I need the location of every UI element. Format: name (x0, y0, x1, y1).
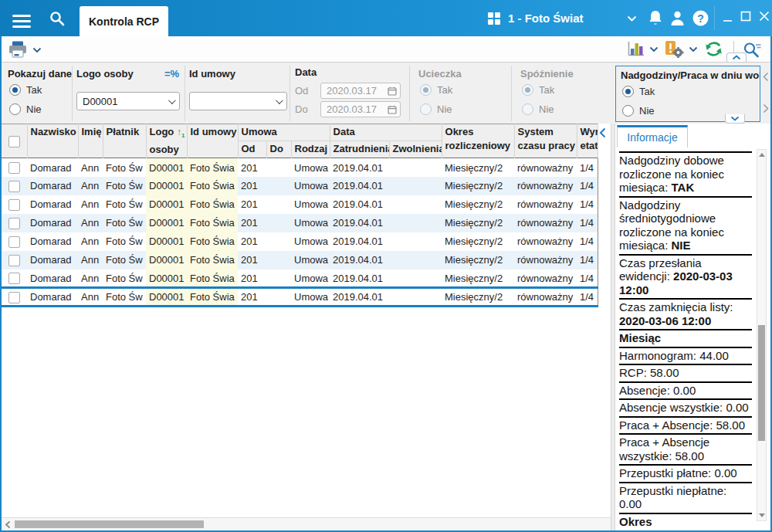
table-row[interactable]: DomaradAnnFoto ŚwD00001Foto Świa201Umowa… (2, 251, 598, 269)
select-all-header[interactable] (2, 124, 27, 158)
close-icon[interactable] (758, 10, 770, 22)
radio-nadgodziny-nie[interactable]: Nie (622, 104, 655, 117)
col-logo-osoby[interactable]: Logo ↑1osoby (146, 124, 187, 158)
row-select-cell[interactable] (2, 158, 27, 177)
tab-informacje[interactable]: Informacje (617, 125, 688, 147)
company-chevron-down-icon[interactable] (627, 15, 637, 22)
help-icon[interactable]: ? (692, 9, 709, 27)
radio-pokazuj-nie[interactable]: Nie (9, 103, 42, 115)
horizontal-scrollbar[interactable] (2, 517, 611, 530)
col-system[interactable]: Systemczasu pracy (514, 124, 577, 158)
table-row[interactable]: DomaradAnnFoto ŚwD00001Foto Świa201Umowa… (2, 232, 598, 251)
calendar-icon[interactable] (388, 105, 397, 114)
minimize-icon[interactable] (723, 11, 733, 23)
radio-icon[interactable] (9, 84, 21, 96)
row-checkbox[interactable] (8, 273, 20, 284)
row-select-cell[interactable] (2, 195, 27, 214)
table-row[interactable]: DomaradAnnFoto ŚwD00001Foto Świa201Umowa… (2, 288, 598, 307)
scrollbar-thumb[interactable] (15, 520, 204, 528)
info-text: Czas zamknięcia listy: (619, 300, 733, 313)
scroll-up-icon[interactable] (759, 153, 765, 157)
cell-zatrudnienia: 2019.04.01 (330, 288, 389, 307)
row-checkbox[interactable] (8, 292, 20, 303)
radio-icon[interactable] (9, 103, 21, 115)
col-rodzaj[interactable]: Rodzaj (291, 141, 330, 158)
select-all-checkbox[interactable] (8, 136, 20, 147)
col-id-umowy[interactable]: Id umowy ↑2 (187, 124, 238, 158)
cell-okres: Miesięczny/2 (442, 232, 514, 251)
tab-kontrola-rcp[interactable]: Kontrola RCP (80, 6, 168, 36)
scroll-filters-down-button[interactable] (725, 114, 745, 124)
col-etat[interactable]: Wyretat (577, 124, 598, 158)
collapse-filters-button[interactable] (726, 53, 747, 62)
col-group-umowa[interactable]: Umowa (238, 124, 330, 141)
collapse-panel-button[interactable] (598, 127, 608, 139)
data-do-field[interactable]: 2020.03.17 (320, 101, 401, 117)
col-zwolnienia[interactable]: Zwolnienia (389, 141, 442, 158)
col-nazwisko[interactable]: Nazwisko (27, 124, 78, 158)
radio-nadgodziny-tak[interactable]: Tak (622, 85, 655, 97)
filter-ucieczka-label: Ucieczka (418, 68, 462, 80)
cell-zwolnienia (389, 195, 442, 214)
scroll-left-icon[interactable] (5, 520, 11, 529)
panel-prev-icon[interactable] (763, 72, 769, 82)
row-checkbox[interactable] (8, 236, 20, 248)
col-do[interactable]: Do (266, 141, 291, 158)
alerts-settings-icon[interactable] (664, 40, 684, 58)
data-od-field[interactable]: 2020.03.17 (320, 83, 401, 99)
chart-chevron-down-icon[interactable] (649, 46, 659, 53)
print-icon[interactable] (8, 40, 28, 59)
company-selector-label[interactable]: 1 - Foto Świat (508, 12, 584, 25)
scrollbar-thumb[interactable] (758, 325, 765, 441)
results-table: Nazwisko Imię Płatnik Logo ↑1osoby Id um… (2, 124, 598, 307)
col-od[interactable]: Od (238, 141, 266, 158)
info-value: TAK (672, 181, 695, 194)
alerts-chevron-down-icon[interactable] (689, 46, 698, 53)
cell-zatrudnienia: 2019.04.01 (330, 269, 389, 288)
print-chevron-down-icon[interactable] (32, 47, 42, 53)
row-select-cell[interactable] (2, 269, 27, 288)
search-icon[interactable] (49, 10, 66, 27)
radio-icon[interactable] (622, 86, 634, 97)
info-item: Czas zamknięcia listy: 2020-03-06 12:00 (619, 298, 752, 329)
col-imie[interactable]: Imię (78, 124, 103, 158)
vertical-scrollbar[interactable] (757, 149, 767, 521)
refresh-icon[interactable] (704, 39, 723, 59)
menu-icon[interactable] (12, 12, 31, 31)
radio-icon[interactable] (622, 105, 634, 117)
table-row[interactable]: DomaradAnnFoto ŚwD00001Foto Świa201Umowa… (2, 214, 598, 232)
logo-osoby-dropdown[interactable]: D00001 (76, 92, 180, 110)
row-checkbox[interactable] (8, 218, 20, 229)
table-row[interactable]: DomaradAnnFoto ŚwD00001Foto Świa201Umowa… (2, 195, 598, 214)
row-checkbox[interactable] (8, 255, 20, 266)
table-row[interactable]: DomaradAnnFoto ŚwD00001Foto Świa201Umowa… (2, 177, 598, 195)
id-umowy-dropdown[interactable] (189, 92, 287, 110)
calendar-icon[interactable] (388, 86, 397, 96)
cell-logo: D00001 (146, 214, 187, 232)
row-select-cell[interactable] (2, 177, 27, 195)
row-checkbox[interactable] (8, 162, 20, 174)
cell-nazwisko: Domarad (27, 251, 78, 269)
row-select-cell[interactable] (2, 251, 27, 269)
row-select-cell[interactable] (2, 288, 27, 307)
radio-pokazuj-tak[interactable]: Tak (9, 83, 42, 96)
col-group-data[interactable]: Data (330, 124, 442, 141)
table-row[interactable]: DomaradAnnFoto ŚwD00001Foto Świa201Umowa… (2, 269, 598, 288)
match-mode-icon[interactable]: =% (164, 68, 179, 80)
chart-icon[interactable] (627, 41, 645, 57)
row-select-cell[interactable] (2, 214, 27, 232)
row-checkbox[interactable] (8, 199, 20, 211)
col-platnik[interactable]: Płatnik (103, 124, 146, 158)
col-zatrudnienia[interactable]: Zatrudnienia (330, 141, 389, 158)
col-okres[interactable]: Okresrozliczeniowy (442, 124, 514, 158)
apps-grid-icon[interactable] (488, 12, 500, 25)
cell-imie: Ann (78, 288, 103, 307)
maximize-icon[interactable] (740, 10, 752, 22)
notifications-bell-icon[interactable] (647, 9, 664, 27)
panel-next-icon[interactable] (763, 103, 769, 114)
user-icon[interactable] (669, 9, 686, 27)
row-select-cell[interactable] (2, 232, 27, 251)
table-row[interactable]: DomaradAnnFoto ŚwD00001Foto Świa201Umowa… (2, 158, 598, 177)
scroll-down-icon[interactable] (759, 513, 765, 517)
row-checkbox[interactable] (8, 181, 20, 192)
